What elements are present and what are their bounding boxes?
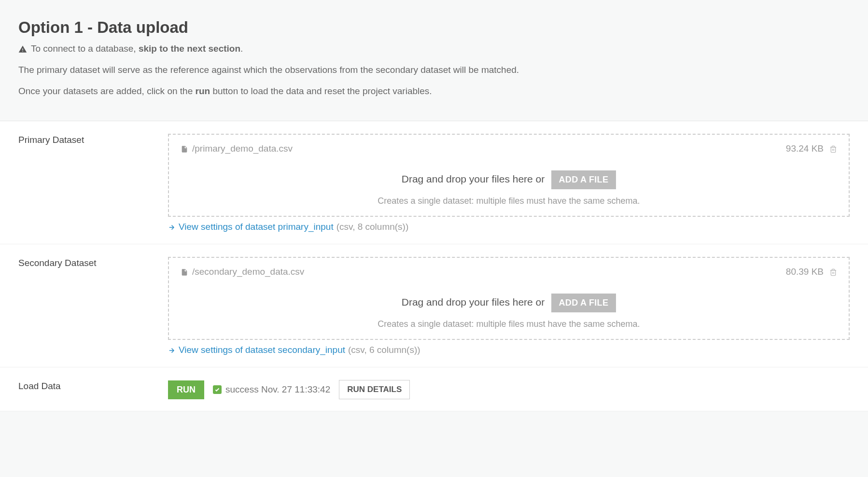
page-title: Option 1 - Data upload [18,18,850,37]
primary-settings-meta: (csv, 8 column(s)) [336,222,409,232]
warning-bold: skip to the next section [139,43,240,54]
secondary-dropzone[interactable]: /secondary_demo_data.csv 80.39 KB Drag a… [168,257,850,340]
schema-note: Creates a single dataset: multiple files… [169,191,849,216]
secondary-settings-meta: (csv, 6 column(s)) [348,345,420,355]
check-icon [213,385,222,394]
description-2: Once your datasets are added, click on t… [18,86,850,97]
primary-file-row: /primary_demo_data.csv 93.24 KB [169,135,849,159]
run-button[interactable]: RUN [168,380,204,399]
secondary-dataset-row: Secondary Dataset /secondary_demo_data.c… [0,244,868,367]
secondary-view-settings: View settings of dataset secondary_input… [168,345,850,355]
secondary-file-row: /secondary_demo_data.csv 80.39 KB [169,258,849,282]
schema-note: Creates a single dataset: multiple files… [169,314,849,339]
status-text: success Nov. 27 11:33:42 [225,384,330,395]
secondary-label: Secondary Dataset [18,257,168,355]
drop-text: Drag and drop your files here or [402,173,545,184]
primary-dropzone[interactable]: /primary_demo_data.csv 93.24 KB Drag and… [168,134,850,217]
secondary-settings-link[interactable]: View settings of dataset secondary_input [179,345,345,355]
run-status: success Nov. 27 11:33:42 [213,384,330,395]
file-icon [181,267,188,277]
add-file-button[interactable]: ADD A FILE [551,294,616,312]
description-1: The primary dataset will serve as the re… [18,65,850,75]
secondary-filesize: 80.39 KB [786,267,824,277]
trash-icon[interactable] [829,267,837,277]
primary-settings-link[interactable]: View settings of dataset primary_input [179,222,334,232]
warning-line: To connect to a database, skip to the ne… [18,43,850,54]
drop-text: Drag and drop your files here or [402,296,545,308]
primary-filesize: 93.24 KB [786,143,824,154]
primary-filename: /primary_demo_data.csv [192,143,293,154]
run-details-button[interactable]: RUN DETAILS [339,380,410,399]
arrow-right-icon [168,345,176,355]
primary-label: Primary Dataset [18,134,168,232]
warning-prefix: To connect to a database, [31,43,139,54]
trash-icon[interactable] [829,143,837,154]
warning-icon [18,43,27,54]
add-file-button[interactable]: ADD A FILE [551,170,616,189]
primary-view-settings: View settings of dataset primary_input (… [168,222,850,232]
arrow-right-icon [168,222,176,232]
secondary-filename: /secondary_demo_data.csv [192,267,304,277]
header-section: Option 1 - Data upload To connect to a d… [0,0,868,121]
primary-dataset-row: Primary Dataset /primary_demo_data.csv 9… [0,121,868,244]
warning-suffix: . [240,43,243,54]
load-data-row: Load Data RUN success Nov. 27 11:33:42 R… [0,367,868,411]
load-label: Load Data [18,380,168,399]
file-icon [181,143,188,154]
